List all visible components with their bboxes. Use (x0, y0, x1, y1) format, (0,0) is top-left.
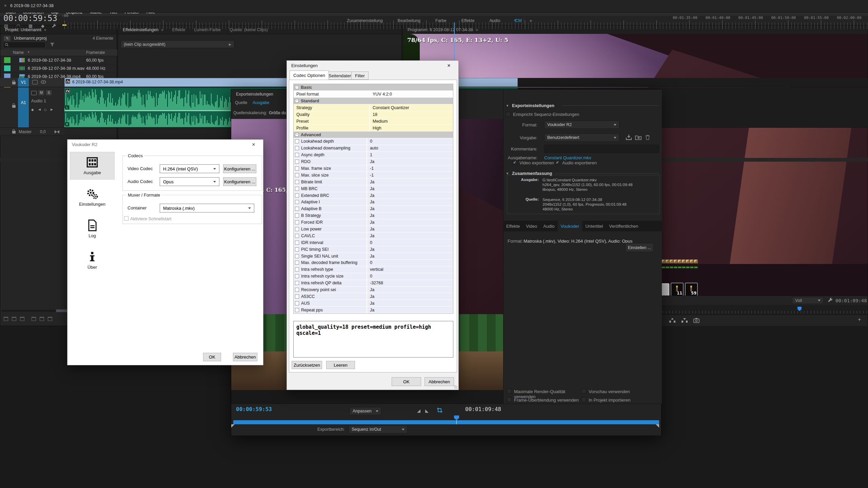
row-checkbox[interactable] (295, 261, 299, 265)
grid-section-advanced[interactable]: −Advanced (294, 131, 453, 138)
grid-row[interactable]: Single SEI NAL unitJa (294, 253, 453, 260)
grid-row[interactable]: Intra refresh typevertical (294, 266, 453, 273)
tab-audio[interactable]: Audio (540, 221, 557, 231)
linked-selection-icon[interactable]: ▦ (26, 23, 35, 29)
source-scaling-value[interactable]: Größe du (269, 110, 286, 115)
option-checkbox[interactable] (581, 397, 586, 402)
search-input[interactable] (3, 42, 46, 48)
row-checkbox[interactable] (295, 139, 299, 143)
grid-row[interactable]: B StrategyJa (294, 212, 453, 219)
expand-icon[interactable]: ▶ (229, 43, 231, 46)
project-row[interactable]: 6 2019-08-12 07-34-38 m.wav48.000 Hz (0, 64, 117, 73)
panel-menu-icon[interactable]: ≡ (52, 3, 54, 7)
sidebar-item-ausgabe[interactable]: Ausgabe (70, 152, 114, 179)
collapse-icon[interactable]: − (295, 99, 299, 103)
video-codec-select[interactable]: H.264 (Intel QSV) (160, 164, 219, 173)
grid-row[interactable]: Intra refresh cycle size0 (294, 273, 453, 280)
collapse-icon[interactable]: ▼ (506, 104, 509, 107)
track-badge-a1[interactable]: A1 (18, 87, 29, 127)
import-preset-icon[interactable] (635, 134, 642, 140)
grid-row[interactable]: Adaptive BJa (294, 206, 453, 212)
cancel-button[interactable]: Abbrechen (233, 353, 257, 361)
grid-row[interactable]: Intra refresh QP delta-32768 (294, 280, 453, 287)
solo-button[interactable]: S (46, 90, 52, 95)
eye-icon[interactable] (41, 80, 46, 84)
hotbar-slot[interactable]: 59 (685, 283, 698, 296)
row-checkbox[interactable] (295, 180, 299, 184)
row-checkbox[interactable] (295, 241, 299, 245)
list-view-icon[interactable] (4, 317, 8, 321)
delete-icon[interactable] (48, 317, 52, 321)
lock-icon[interactable] (12, 131, 16, 134)
grid-row[interactable]: Extended BRCJa (294, 192, 453, 199)
track-header-master[interactable]: Master 0,0 (0, 128, 64, 136)
icon-view-icon[interactable] (12, 317, 16, 321)
row-checkbox[interactable] (295, 173, 299, 177)
row-checkbox[interactable] (295, 160, 299, 164)
track-output-icon[interactable] (31, 91, 37, 95)
track-badge-v1[interactable]: V1 (18, 78, 29, 87)
grid-row[interactable]: Async depth1 (294, 152, 453, 159)
track-output-icon[interactable] (32, 80, 38, 84)
breadcrumb[interactable]: Unbenannt.prproj (14, 36, 47, 41)
mute-button[interactable]: M (39, 90, 44, 95)
row-checkbox[interactable] (295, 254, 299, 258)
preset-select[interactable]: Benutzerdefiniert (544, 134, 619, 142)
faststart-checkbox[interactable] (124, 216, 129, 221)
filter-icon[interactable] (50, 42, 55, 47)
row-checkbox[interactable] (295, 247, 299, 251)
out-marker-icon[interactable] (425, 409, 429, 413)
configure-video-button[interactable]: Konfigurieren ... (223, 164, 256, 173)
keyframe-add-icon[interactable]: ◆ (31, 108, 34, 111)
grid-row[interactable]: Adaptive IJa (294, 199, 453, 206)
row-checkbox[interactable] (295, 207, 299, 211)
grid-row[interactable]: StrategyConstant Quantizer (294, 104, 453, 111)
label-swatch[interactable] (4, 57, 11, 63)
close-icon[interactable]: ✕ (249, 142, 259, 147)
grid-row[interactable]: Pixel formatYUV 4:2:0 (294, 91, 453, 98)
range-start-handle[interactable] (231, 424, 235, 428)
project-row[interactable]: 6 2019-08-12 07-34-3860,00 fps (0, 56, 117, 64)
command-line-box[interactable]: global_quality=18 preset=medium profile=… (293, 321, 453, 358)
track-header-v1[interactable]: V1 (0, 78, 64, 87)
match-sequence-checkbox[interactable] (506, 112, 511, 117)
row-checkbox[interactable] (295, 194, 299, 198)
export-frame-icon[interactable] (693, 318, 699, 323)
row-checkbox[interactable] (295, 166, 299, 170)
tab-sequence[interactable]: 6 2019-08-12 07-34-38 (10, 3, 54, 8)
clear-button[interactable]: Leeren (326, 361, 355, 369)
grid-section-standard[interactable]: −Standard (294, 98, 453, 104)
audio-codec-select[interactable]: Opus (160, 177, 219, 186)
row-checkbox[interactable] (295, 294, 299, 299)
sort-icon[interactable]: ∧ (27, 50, 30, 54)
row-checkbox[interactable] (295, 281, 299, 285)
zoom-level-select[interactable]: Voll (792, 297, 824, 304)
grid-row[interactable]: Max. decoded frame buffering0 (294, 260, 453, 266)
column-name[interactable]: Name (13, 50, 24, 55)
lift-icon[interactable] (669, 318, 676, 323)
container-select[interactable]: Matroska (.mkv) (160, 204, 254, 212)
row-checkbox[interactable] (295, 267, 299, 271)
track-header-a1[interactable]: A1 M S Audio 1 ◆ ◀ ◇ ▶ (0, 87, 64, 128)
sidebar-item-über[interactable]: Über (70, 247, 114, 274)
configure-audio-button[interactable]: Konfigurieren ... (223, 177, 256, 186)
export-range-bar[interactable] (233, 420, 659, 424)
in-marker-icon[interactable] (417, 409, 420, 413)
navigate-up-icon[interactable]: ↰ (4, 36, 11, 41)
row-checkbox[interactable] (295, 234, 299, 238)
extract-icon[interactable] (681, 318, 688, 323)
tab-codec-optionen[interactable]: Codec Optionen (290, 70, 329, 80)
sidebar-item-log[interactable]: Log (70, 215, 114, 242)
tab-ausgabe[interactable]: Ausgabe (253, 100, 269, 105)
grid-row[interactable]: PIC timing SEIJa (294, 246, 453, 253)
snap-icon[interactable]: ◠ (14, 23, 22, 29)
grid-section-basic[interactable]: −Basic (294, 84, 453, 91)
row-checkbox[interactable] (295, 227, 299, 231)
insert-overwrite-icon[interactable]: ▧ (2, 23, 10, 29)
grid-row[interactable]: Bitrate limitJa (294, 179, 453, 185)
tab-projekt[interactable]: Projekt: Unbenannt (5, 27, 41, 32)
grid-row[interactable]: Repeat ppsJa (294, 307, 453, 313)
output-name-link[interactable]: Constant Quantizer.mkv (544, 155, 591, 160)
row-checkbox[interactable] (295, 308, 299, 312)
grid-row[interactable]: RDOJa (294, 159, 453, 165)
